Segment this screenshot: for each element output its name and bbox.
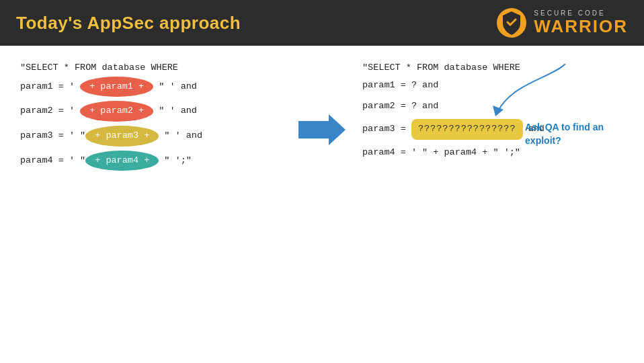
code-line-4: param3 = ' "+ param3 + " ' and — [20, 126, 282, 147]
svg-marker-2 — [493, 106, 504, 116]
code-line-1: "SELECT * FROM database WHERE — [20, 59, 282, 77]
code-line-3: param2 = ' + param2 + " ' and — [20, 101, 282, 122]
highlight-param4: + param4 + — [85, 151, 159, 171]
left-panel: "SELECT * FROM database WHERE param1 = '… — [20, 59, 295, 171]
vulnerable-code: "SELECT * FROM database WHERE param1 = '… — [20, 59, 282, 171]
annotation-container: Ask QA to find anexploit? — [525, 121, 604, 147]
logo-name: WARRIOR — [534, 17, 628, 36]
logo-text: SECURE CODE WARRIOR — [534, 9, 628, 36]
page-title: Today's AppSec approach — [16, 13, 241, 34]
header: Today's AppSec approach SECURE CODE WARR… — [0, 0, 644, 46]
code-line-2: param1 = ' + param1 + " ' and — [20, 77, 282, 97]
svg-marker-1 — [298, 114, 346, 145]
highlight-param3: + param3 + — [85, 126, 159, 147]
right-panel: "SELECT * FROM database WHERE param1 = ?… — [349, 59, 624, 161]
highlight-param1: + param1 + — [80, 77, 153, 97]
annotation-curve — [485, 64, 592, 118]
shield-icon — [496, 7, 527, 38]
highlight-question-marks: ???????????????? — [411, 119, 523, 140]
logo: SECURE CODE WARRIOR — [496, 7, 628, 38]
code-line-5: param4 = ' "+ param4 + " ';" — [20, 151, 282, 171]
annotation-text: Ask QA to find anexploit? — [525, 121, 604, 147]
highlight-param2: + param2 + — [80, 101, 153, 122]
main-content: "SELECT * FROM database WHERE param1 = '… — [0, 46, 644, 363]
right-arrow — [298, 113, 346, 147]
arrow-container — [295, 59, 349, 147]
